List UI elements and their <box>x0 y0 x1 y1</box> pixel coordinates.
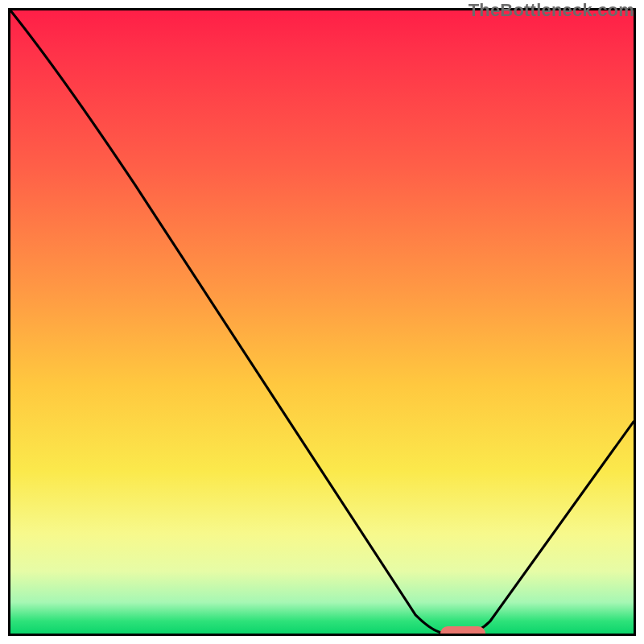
chart-frame <box>8 8 636 636</box>
chart-line-series <box>10 10 634 634</box>
chart-marker <box>440 626 485 636</box>
watermark-text: TheBottleneck.com <box>469 0 634 21</box>
